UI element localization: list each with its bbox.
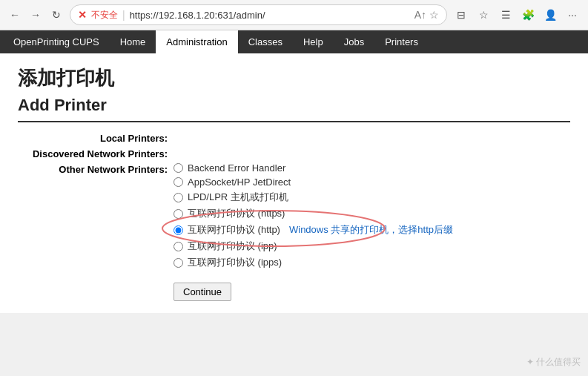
refresh-button[interactable]: ↻ bbox=[47, 6, 65, 24]
extensions-button[interactable]: 🧩 bbox=[518, 5, 538, 24]
other-printers-row: Other Network Printers: Backend Error Ha… bbox=[18, 162, 570, 269]
collections-button[interactable]: ☰ bbox=[496, 5, 515, 24]
lpd-radio[interactable] bbox=[174, 193, 183, 202]
continue-button[interactable]: Continue bbox=[174, 283, 231, 301]
ipp-label: 互联网打印协议 (ipp) bbox=[188, 240, 277, 253]
nav-item-printers[interactable]: Printers bbox=[374, 30, 429, 53]
watermark-text: 什么值得买 bbox=[536, 357, 581, 367]
nav-item-help[interactable]: Help bbox=[293, 30, 334, 53]
nav-item-home[interactable]: Home bbox=[110, 30, 156, 53]
backend-error-label: Backend Error Handler bbox=[188, 162, 285, 174]
favorites-bar-button[interactable]: ☆ bbox=[474, 5, 493, 24]
nav-item-classes[interactable]: Classes bbox=[238, 30, 293, 53]
appsocket-radio[interactable] bbox=[174, 177, 183, 187]
nav-item-jobs[interactable]: Jobs bbox=[334, 30, 374, 53]
local-printers-row: Local Printers: bbox=[18, 131, 570, 144]
page-content: 添加打印机 Add Printer Local Printers: Discov… bbox=[0, 53, 588, 313]
security-label: 不安全 bbox=[91, 9, 118, 22]
forward-button[interactable]: → bbox=[27, 6, 44, 24]
ipp-radio[interactable] bbox=[174, 242, 183, 251]
page-title-en: Add Printer bbox=[18, 96, 570, 122]
favorites-icon[interactable]: ☆ bbox=[429, 9, 439, 21]
ipp-http-label: 互联网打印协议 (http) bbox=[188, 223, 280, 237]
discovered-printers-label: Discovered Network Printers: bbox=[18, 147, 174, 159]
separator: | bbox=[122, 9, 125, 21]
browser-toolbar: ← → ↻ ✕ 不安全 | https://192.168.1.20:631/a… bbox=[0, 0, 588, 30]
browser-chrome: ← → ↻ ✕ 不安全 | https://192.168.1.20:631/a… bbox=[0, 0, 588, 30]
list-item: 互联网打印协议 (ipp) bbox=[174, 240, 570, 253]
address-bar[interactable]: ✕ 不安全 | https://192.168.1.20:631/admin/ … bbox=[70, 4, 447, 25]
nav-buttons: ← → ↻ bbox=[6, 6, 65, 24]
ipp-https-label: 互联网打印协议 (https) bbox=[188, 207, 285, 220]
watermark: ✦ 什么值得买 bbox=[526, 356, 581, 369]
list-item: LPD/LPR 主机或打印机 bbox=[174, 191, 570, 204]
back-button[interactable]: ← bbox=[6, 6, 24, 24]
security-icon: ✕ bbox=[78, 9, 87, 21]
page-title-cn: 添加打印机 bbox=[18, 65, 570, 91]
address-text: https://192.168.1.20:631/admin/ bbox=[130, 10, 410, 21]
nav-item-openprinting[interactable]: OpenPrinting CUPS bbox=[3, 30, 110, 53]
discovered-printers-row: Discovered Network Printers: bbox=[18, 147, 570, 159]
annotation-text: Windows 共享的打印机，选择http后缀 bbox=[289, 223, 453, 237]
list-item: AppSocket/HP JetDirect bbox=[174, 177, 570, 188]
nav-menu: OpenPrinting CUPS Home Administration Cl… bbox=[0, 30, 588, 53]
split-screen-button[interactable]: ⊟ bbox=[452, 5, 471, 24]
list-item: 互联网打印协议 (https) bbox=[174, 207, 570, 220]
profile-button[interactable]: 👤 bbox=[541, 5, 560, 24]
more-button[interactable]: ··· bbox=[563, 5, 582, 24]
ipps-radio[interactable] bbox=[174, 258, 183, 268]
other-printers-content: Backend Error Handler AppSocket/HP JetDi… bbox=[174, 162, 570, 269]
list-item: 互联网打印协议 (http) Windows 共享的打印机，选择http后缀 bbox=[174, 223, 570, 237]
ipp-http-radio[interactable] bbox=[174, 225, 183, 235]
radio-group: Backend Error Handler AppSocket/HP JetDi… bbox=[174, 162, 570, 269]
other-printers-label: Other Network Printers: bbox=[18, 162, 174, 175]
ipp-https-radio[interactable] bbox=[174, 209, 183, 219]
local-printers-label: Local Printers: bbox=[18, 131, 174, 144]
printers-form: Local Printers: Discovered Network Print… bbox=[18, 131, 570, 301]
lpd-label: LPD/LPR 主机或打印机 bbox=[188, 191, 288, 204]
read-aloud-icon[interactable]: A↑ bbox=[414, 9, 426, 21]
list-item: Backend Error Handler bbox=[174, 162, 570, 174]
watermark-icon: ✦ bbox=[526, 357, 534, 367]
ipps-label: 互联网打印协议 (ipps) bbox=[188, 256, 282, 269]
browser-actions: ⊟ ☆ ☰ 🧩 👤 ··· bbox=[452, 5, 582, 24]
nav-item-administration[interactable]: Administration bbox=[156, 30, 237, 53]
backend-error-radio[interactable] bbox=[174, 163, 183, 173]
list-item: 互联网打印协议 (ipps) bbox=[174, 256, 570, 269]
appsocket-label: AppSocket/HP JetDirect bbox=[188, 177, 291, 188]
address-icons: A↑ ☆ bbox=[414, 9, 439, 21]
